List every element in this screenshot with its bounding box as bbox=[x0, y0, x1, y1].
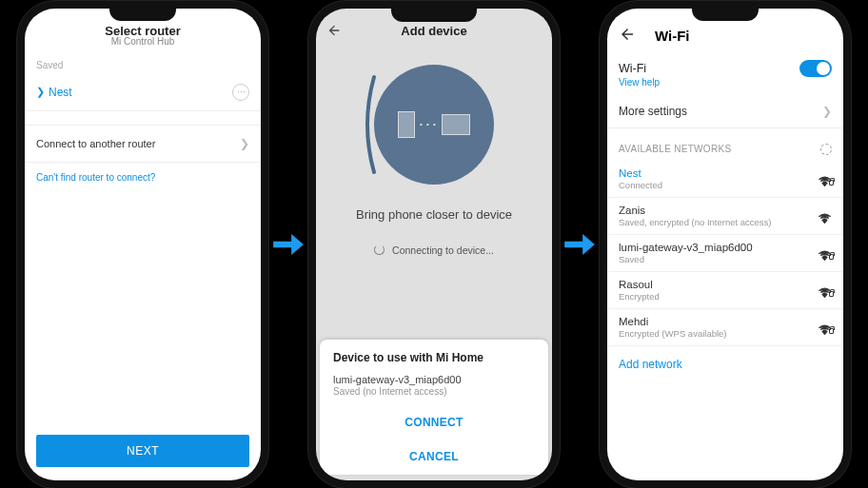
network-row[interactable]: NestConnected bbox=[607, 161, 843, 198]
dots-icon: • • • bbox=[420, 120, 437, 128]
wifi-signal-icon bbox=[818, 322, 832, 332]
notch bbox=[391, 9, 477, 22]
network-name: Zanis bbox=[619, 205, 772, 216]
back-icon[interactable] bbox=[326, 22, 343, 39]
device-b-icon bbox=[442, 114, 470, 135]
chevron-right-icon: ❯ bbox=[822, 105, 832, 118]
flow-arrow-icon bbox=[270, 226, 306, 263]
network-status: Encrypted bbox=[619, 291, 660, 302]
network-status: Saved, encrypted (no Internet access) bbox=[619, 217, 772, 227]
help-link[interactable]: Can't find router to connect? bbox=[25, 163, 261, 192]
more-settings-row[interactable]: More settings ❯ bbox=[607, 95, 843, 128]
row-label: Connect to another router bbox=[36, 138, 155, 149]
spinner-icon bbox=[374, 244, 385, 255]
lock-icon bbox=[829, 180, 834, 185]
phone-wifi-settings: Wi-Fi Wi-Fi View help More settings ❯ AV… bbox=[607, 9, 843, 480]
flow-arrow-icon bbox=[562, 226, 598, 263]
add-network-button[interactable]: Add network bbox=[607, 346, 843, 382]
network-item-nest[interactable]: ❯ Nest ⋯ bbox=[25, 74, 261, 111]
chevron-right-icon: ❯ bbox=[240, 137, 249, 150]
view-help-link[interactable]: View help bbox=[607, 77, 843, 95]
wifi-signal-icon bbox=[818, 284, 832, 295]
network-row[interactable]: RasoulEncrypted bbox=[607, 272, 843, 309]
phone-add-device: Add device • • • Bring phone closer to d… bbox=[316, 9, 552, 480]
network-name: Nest bbox=[619, 167, 662, 179]
progress-arc bbox=[365, 72, 378, 177]
connect-button[interactable]: CONNECT bbox=[333, 404, 535, 439]
network-row[interactable]: ZanisSaved, encrypted (no Internet acces… bbox=[607, 198, 843, 235]
back-icon[interactable] bbox=[619, 26, 636, 47]
chevron-right-icon: ❯ bbox=[36, 86, 45, 98]
wifi-label: Wi-Fi bbox=[619, 62, 646, 75]
network-row[interactable]: lumi-gateway-v3_miap6d00Saved bbox=[607, 235, 843, 272]
page-subtitle: Mi Control Hub bbox=[34, 36, 251, 47]
lock-icon bbox=[829, 254, 834, 260]
sheet-network-name: lumi-gateway-v3_miap6d00 bbox=[333, 374, 535, 385]
network-name: Nest bbox=[49, 86, 72, 99]
notch bbox=[109, 9, 176, 21]
page-title: Add device bbox=[326, 24, 542, 38]
network-status: Encrypted (WPS available) bbox=[619, 328, 727, 339]
wifi-toggle[interactable] bbox=[799, 60, 832, 77]
network-status: Saved bbox=[619, 254, 753, 264]
refresh-icon[interactable] bbox=[820, 144, 832, 155]
network-status: Connected bbox=[619, 180, 662, 190]
wifi-signal-icon bbox=[818, 247, 832, 258]
wifi-signal-icon bbox=[818, 210, 832, 221]
wifi-signal-icon bbox=[818, 173, 832, 184]
network-name: Rasoul bbox=[619, 279, 660, 290]
network-row[interactable]: MehdiEncrypted (WPS available) bbox=[607, 309, 843, 346]
lock-icon bbox=[829, 291, 834, 297]
page-title: Wi-Fi bbox=[655, 28, 690, 44]
sheet-network-sub: Saved (no Internet access) bbox=[333, 386, 535, 397]
next-button[interactable]: NEXT bbox=[36, 435, 249, 467]
notch bbox=[692, 9, 759, 21]
network-name: lumi-gateway-v3_miap6d00 bbox=[619, 242, 753, 253]
status-text: Connecting to device... bbox=[392, 244, 494, 256]
more-icon[interactable]: ⋯ bbox=[232, 84, 249, 101]
network-list: NestConnectedZanisSaved, encrypted (no I… bbox=[607, 161, 843, 346]
status-row: Connecting to device... bbox=[374, 244, 494, 256]
pairing-illustration: • • • bbox=[363, 53, 505, 196]
phone-select-router: Select router Mi Control Hub Saved ❯ Nes… bbox=[25, 9, 261, 480]
cancel-button[interactable]: CANCEL bbox=[333, 439, 535, 473]
connect-another-router[interactable]: Connect to another router ❯ bbox=[25, 125, 261, 163]
lock-icon bbox=[829, 328, 834, 334]
device-a-icon bbox=[398, 111, 415, 138]
bottom-sheet: Device to use with Mi Home lumi-gateway-… bbox=[320, 340, 548, 475]
saved-section-label: Saved bbox=[25, 52, 261, 74]
sheet-title: Device to use with Mi Home bbox=[333, 351, 535, 364]
row-label: More settings bbox=[619, 105, 687, 118]
network-name: Mehdi bbox=[619, 316, 727, 327]
instruction-text: Bring phone closer to device bbox=[356, 207, 512, 222]
available-networks-label: AVAILABLE NETWORKS bbox=[607, 128, 843, 161]
